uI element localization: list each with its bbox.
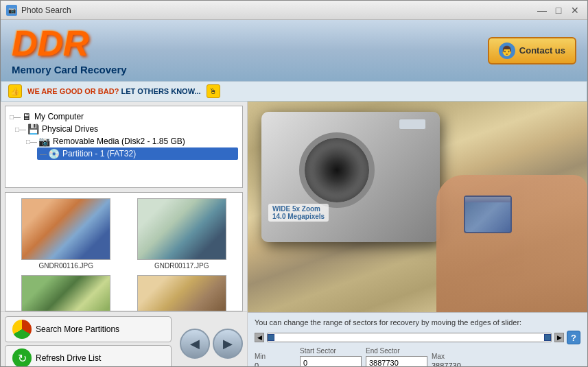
tree-item-drives[interactable]: □— 💾 Physical Drives [15, 123, 238, 135]
preview-image: WIDE 5x Zoom14.0 Megapixels [248, 102, 587, 312]
app-icon: 📷 [6, 5, 17, 16]
tree-label-computer: My Computer [34, 112, 84, 121]
camera-body: WIDE 5x Zoom14.0 Megapixels [261, 112, 440, 242]
app-title: Photo Search [21, 5, 535, 15]
tree-label-removable: Removable Media (Disk2 - 1.85 GB) [53, 137, 185, 146]
start-sector-label: Start Sector [300, 347, 362, 355]
max-field-group: Max 3887730 [432, 353, 473, 367]
thumbnail-image-2 [21, 275, 110, 311]
left-panel: □— 🖥 My Computer □— 💾 Physical Drives □—… [1, 102, 248, 367]
thumbnail-grid: GNDR00116.JPG GNDR00117.JPG GNDR00118.JP… [11, 198, 237, 311]
slider-left-arrow[interactable]: ◀ [255, 333, 264, 342]
rating-icon: 👍 [8, 84, 22, 98]
drive-icon: 💾 [27, 123, 39, 134]
window-controls: — □ ✕ [535, 3, 582, 17]
contact-icon: 👨 [499, 43, 515, 59]
end-sector-group: End Sector [366, 347, 427, 367]
thumbnail-label-1: GNDR00117.JPG [154, 262, 209, 270]
search-partitions-icon [12, 320, 32, 339]
main-content: □— 🖥 My Computer □— 💾 Physical Drives □—… [1, 102, 587, 367]
slider-right-arrow[interactable]: ▶ [554, 333, 564, 342]
thumbnail-item-0[interactable]: GNDR00116.JPG [11, 198, 121, 270]
tree-view: □— 🖥 My Computer □— 💾 Physical Drives □—… [5, 106, 243, 188]
contact-button[interactable]: 👨 Contact us [488, 37, 576, 64]
slider-track[interactable] [267, 333, 552, 342]
thumbnail-item-2[interactable]: GNDR00118.JPG [11, 275, 121, 311]
slider-thumb-left[interactable] [268, 334, 274, 341]
thumbnail-area[interactable]: GNDR00116.JPG GNDR00117.JPG GNDR00118.JP… [5, 192, 243, 311]
branding: DDR Memory Card Recovery [12, 25, 127, 75]
slider-thumb-right[interactable] [544, 334, 551, 341]
refresh-drive-label: Refresh Drive List [36, 353, 101, 363]
subtitle-text: Memory Card Recovery [12, 64, 127, 75]
min-field-group: Min 0 [255, 353, 296, 367]
tree-branch-2: □— [15, 126, 26, 133]
slider-row: ◀ ▶ ? [255, 331, 580, 344]
sd-card [464, 196, 512, 233]
header: DDR Memory Card Recovery 👨 Contact us [1, 20, 587, 81]
max-value: 3887730 [432, 362, 473, 367]
thumbnail-item-3[interactable]: GNDR00119.JPG [127, 275, 237, 311]
contact-label: Contact us [519, 45, 565, 56]
camera-lens [299, 132, 375, 208]
sector-control: You can change the range of sectors for … [248, 312, 587, 367]
sd-card-top [465, 197, 510, 202]
max-label: Max [432, 353, 473, 360]
nav-buttons: ◀ ▶ [180, 329, 243, 359]
start-sector-group: Start Sector [300, 347, 362, 367]
hand [436, 175, 587, 312]
tree-branch: □— [10, 113, 21, 121]
thumbnail-image-1 [137, 198, 226, 260]
nav-next-button[interactable]: ▶ [213, 329, 243, 359]
nav-next-icon: ▶ [223, 336, 233, 351]
computer-icon: 🖥 [22, 111, 32, 122]
sector-fields: Min 0 Start Sector End Sector Max 388773… [255, 347, 580, 367]
close-button[interactable]: ✕ [568, 3, 582, 17]
sector-info-text: You can change the range of sectors for … [255, 318, 580, 327]
camera-label: WIDE 5x Zoom14.0 Megapixels [268, 204, 329, 222]
right-panel: WIDE 5x Zoom14.0 Megapixels You can chan… [248, 102, 587, 367]
min-value: 0 [255, 362, 296, 367]
tree-item-computer[interactable]: □— 🖥 My Computer [10, 110, 238, 123]
rating-text-1: WE ARE GOOD OR BAD? [27, 87, 119, 95]
end-sector-label: End Sector [366, 347, 427, 355]
tree-item-partition[interactable]: — 💿 Partition - 1 (FAT32) [37, 147, 238, 160]
partition-icon: 💿 [48, 148, 60, 159]
removable-icon: 📷 [38, 136, 50, 147]
minimize-button[interactable]: — [535, 3, 549, 17]
maximize-button[interactable]: □ [552, 3, 565, 17]
thumbnail-image-0 [21, 198, 110, 260]
tree-label-drives: Physical Drives [42, 124, 98, 134]
tree-branch-3: □— [26, 138, 37, 145]
help-button[interactable]: ? [567, 331, 580, 344]
camera-flash [399, 119, 426, 130]
start-sector-input[interactable] [300, 356, 362, 367]
refresh-drive-button[interactable]: ↻ Refresh Drive List [5, 345, 172, 367]
thumbnail-item-1[interactable]: GNDR00117.JPG [127, 198, 237, 270]
nav-prev-icon: ◀ [190, 336, 200, 351]
rating-text-2: LET OTHERS KNOW... [121, 87, 201, 95]
tree-label-partition: Partition - 1 (FAT32) [62, 149, 136, 158]
search-partitions-button[interactable]: Search More Partitions [5, 316, 172, 342]
search-partitions-label: Search More Partitions [36, 324, 119, 334]
titlebar: 📷 Photo Search — □ ✕ [1, 1, 587, 20]
camera-bg: WIDE 5x Zoom14.0 Megapixels [248, 102, 587, 312]
thumbnail-image-3 [137, 275, 226, 311]
rating-bar: 👍 WE ARE GOOD OR BAD? LET OTHERS KNOW...… [1, 81, 587, 102]
tree-item-removable[interactable]: □— 📷 Removable Media (Disk2 - 1.85 GB) [26, 135, 238, 147]
end-sector-input[interactable] [366, 356, 427, 367]
nav-prev-button[interactable]: ◀ [180, 329, 210, 359]
logo-text: DDR [12, 25, 127, 61]
refresh-drive-icon: ↻ [12, 348, 32, 367]
rating-text: WE ARE GOOD OR BAD? LET OTHERS KNOW... [27, 87, 201, 95]
bottom-buttons: Search More Partitions ↻ Refresh Drive L… [1, 311, 247, 367]
rating-icon-right: 🖱 [207, 84, 220, 98]
min-label: Min [255, 353, 296, 360]
tree-branch-4: — [40, 150, 47, 158]
thumbnail-label-0: GNDR00116.JPG [39, 262, 93, 270]
